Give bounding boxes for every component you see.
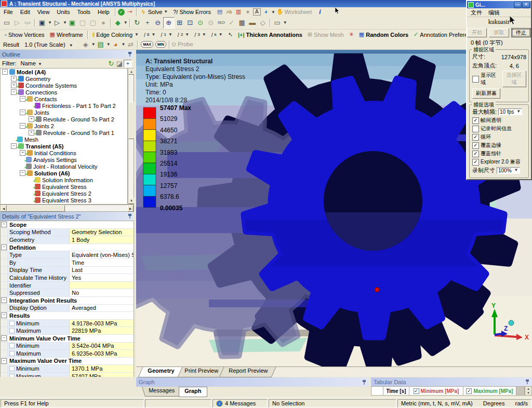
pin-icon[interactable] <box>128 51 132 57</box>
tree-item[interactable]: ✓Equivalent Stress 2 <box>1 190 127 197</box>
spellcheck-icon[interactable]: Ab <box>225 8 233 16</box>
solve-button[interactable]: Solve <box>148 9 163 15</box>
option-checkbox[interactable] <box>472 126 479 132</box>
solve-dropdown-icon[interactable]: ▼ <box>164 9 168 14</box>
result-toggle-box[interactable] <box>9 351 15 356</box>
details-property-row[interactable]: Minimum3.542e-004 MPa <box>1 343 134 350</box>
check-circle-icon[interactable]: ✓ <box>118 9 125 16</box>
thicken-annotations-button[interactable]: |+|Thicken Annotations <box>235 30 305 39</box>
tabular-column-maximum[interactable]: ✓Maximum [MPa] <box>463 386 516 396</box>
tree-vertical-scrollbar[interactable]: ▲ ▼ <box>128 68 134 205</box>
expand-all-icon[interactable]: + <box>124 60 132 67</box>
dropdown-icon[interactable]: ▼ <box>48 20 52 25</box>
show-errors-button[interactable]: ?/ Show Errors <box>173 9 211 15</box>
zoom-undo-icon[interactable]: ⊙ <box>195 18 206 28</box>
dropdown-icon[interactable]: ▼ <box>124 20 128 25</box>
pin-icon[interactable] <box>525 379 529 385</box>
menu-file[interactable]: File <box>0 8 17 16</box>
dropdown-icon[interactable]: ▼ <box>271 10 275 15</box>
property-value[interactable]: 6.9235e-003 MPa <box>70 350 134 357</box>
property-value[interactable]: 22819 MPa <box>70 327 134 334</box>
dock-tab-messages[interactable]: Messages <box>142 387 182 397</box>
menu-units[interactable]: Units <box>53 8 73 16</box>
collapse-icon[interactable]: − <box>2 69 8 75</box>
option-checkbox[interactable]: ✓ <box>472 142 479 149</box>
show-vertices-button[interactable]: ▫Show Vertices <box>2 30 47 39</box>
tree-item[interactable]: +✓Revolute - Ground To Part 1 <box>1 129 127 136</box>
tree-item[interactable]: −Model (A4) <box>1 69 127 75</box>
image-colors-icon[interactable]: ◕ <box>262 8 270 16</box>
edge-direction-icon-3[interactable]: /3▼ <box>192 30 208 39</box>
tree-item[interactable]: ✓Solution Information <box>1 176 127 183</box>
category-toggle[interactable]: − <box>1 335 8 342</box>
tree-item[interactable]: ✓Joint - Rotational Velocity <box>1 163 127 170</box>
menu-edit[interactable]: Edit <box>17 8 34 16</box>
property-value[interactable]: No <box>70 289 134 296</box>
property-value[interactable]: Averaged <box>70 305 134 312</box>
option-checkbox[interactable]: ✓ <box>472 134 479 141</box>
property-value[interactable]: Time <box>70 259 134 266</box>
rotate-icon[interactable]: ↻ <box>132 18 142 28</box>
category-toggle[interactable]: − <box>1 221 8 228</box>
tree-icon[interactable]: ♠ <box>244 8 252 16</box>
viewport-tab-geometry[interactable]: Geometry <box>138 367 183 377</box>
pin-icon[interactable] <box>362 379 366 385</box>
property-value[interactable]: 1 Body <box>70 236 134 243</box>
result-toggle-box[interactable] <box>9 366 15 371</box>
details-category-row[interactable]: −Maximum Value Over Time <box>1 358 134 365</box>
filter-settings-icon[interactable]: ◪ <box>115 60 124 67</box>
category-toggle[interactable]: − <box>1 358 8 365</box>
tree-item[interactable]: ✓Equivalent Stress 3 <box>1 197 127 203</box>
menu-view[interactable]: View <box>34 8 54 16</box>
stop-button[interactable]: 停止 <box>511 28 531 37</box>
category-toggle[interactable]: − <box>1 297 8 304</box>
details-property-row[interactable]: Scoping MethodGeometry Selection <box>1 229 134 237</box>
details-property-row[interactable]: Display TimeLast <box>1 267 134 275</box>
refresh-screen-button[interactable]: 刷新屏幕 <box>472 88 500 99</box>
details-property-row[interactable]: ByTime <box>1 259 134 267</box>
iso-view-icon[interactable]: ISO <box>216 18 227 28</box>
capture-menu-item[interactable]: 编辑 <box>488 9 500 17</box>
menu-help[interactable]: Help <box>94 8 113 16</box>
refresh-icon[interactable]: ↻ <box>107 60 115 67</box>
contour-display-icon[interactable]: ◕ <box>111 39 121 50</box>
details-property-row[interactable]: Identifier <box>1 282 134 290</box>
ruler-icon[interactable]: ▬ <box>247 18 258 28</box>
prev-select-icon[interactable]: ▢ <box>77 18 88 28</box>
edge-direction-icon-k[interactable]: /k▼ <box>209 30 225 39</box>
category-toggle[interactable]: − <box>1 312 8 319</box>
next-select-icon[interactable]: ▢ <box>88 18 98 28</box>
tree-horizontal-scrollbar[interactable]: ◀ ▶ <box>0 205 134 212</box>
edge-direction-icon-2[interactable]: /2▼ <box>175 30 192 39</box>
dropdown-icon[interactable]: ▼ <box>283 20 287 25</box>
new-page-icon[interactable]: ▤ <box>216 8 224 16</box>
cursor-disabled-icon[interactable]: ▷ <box>12 18 22 28</box>
wireframe-button[interactable]: ▦Wireframe <box>47 30 86 39</box>
status-messages[interactable]: i 4 Messages <box>212 399 268 407</box>
zoom-box-icon[interactable]: ⊞ <box>175 18 185 28</box>
tree-item[interactable]: +✓Initial Conditions <box>1 149 127 156</box>
column-checkbox[interactable]: ✓ <box>414 388 419 394</box>
result-toggle-box[interactable] <box>9 321 15 326</box>
scale-dropdown[interactable]: 1.0 (True Scale) ▼ <box>24 42 73 48</box>
option-checkbox[interactable]: ✓ <box>472 151 479 157</box>
collapse-icon[interactable]: − <box>1 335 7 341</box>
tree-item[interactable]: ✓Frictionless - Part 1 To Part 2 <box>1 102 127 109</box>
tabular-column-time[interactable]: Time [s] <box>383 386 409 396</box>
edge-direction-icon-1[interactable]: /1▼ <box>158 30 175 39</box>
result-toggle-box[interactable] <box>9 328 15 333</box>
dock-tab-graph[interactable]: Graph <box>179 387 207 397</box>
viewport-tab-report-preview[interactable]: Report Preview <box>219 367 276 377</box>
details-category-row[interactable]: −Results <box>1 312 134 320</box>
capture-menu-item[interactable]: 文件 <box>471 9 482 17</box>
dropdown-icon[interactable]: ▼ <box>63 20 67 25</box>
pointer-select-icon[interactable]: ▷ <box>52 18 62 28</box>
details-property-row[interactable]: Calculate Time HistoryYes <box>1 274 134 282</box>
tree-item[interactable]: +✓Revolute - Ground To Part 2 <box>1 116 127 123</box>
property-value[interactable]: 3.542e-004 MPa <box>70 343 134 350</box>
info-icon[interactable]: i <box>319 8 321 16</box>
details-category-row[interactable]: −Minimum Value Over Time <box>1 335 134 343</box>
view-cube-icon[interactable]: ◆ <box>113 18 123 28</box>
triad-toggle-icon[interactable]: ✳ <box>347 30 356 39</box>
viewports-icon[interactable]: ▦ <box>237 18 247 28</box>
